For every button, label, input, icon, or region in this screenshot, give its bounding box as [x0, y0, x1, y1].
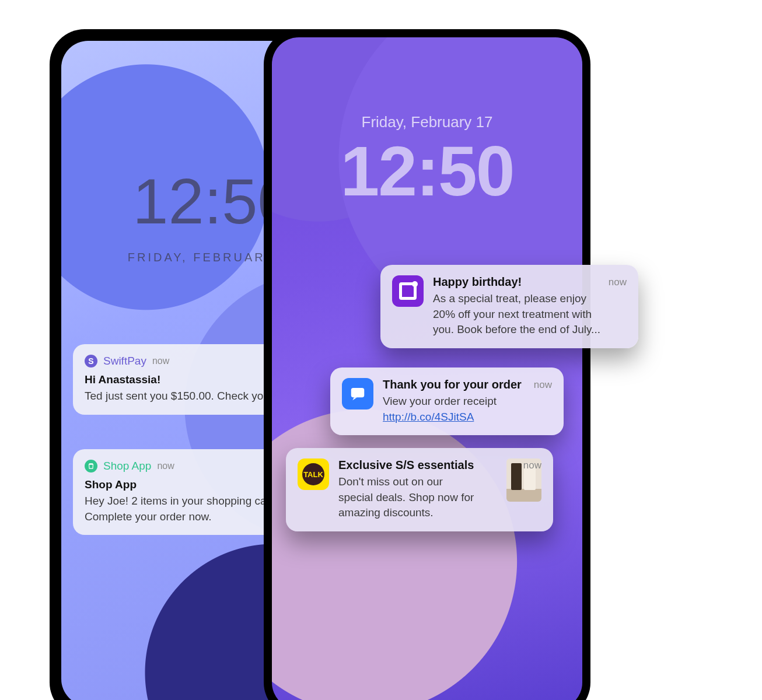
app-icon [392, 275, 424, 307]
swiftpay-icon: S [85, 355, 97, 368]
notification-timestamp: now [609, 276, 627, 288]
svg-rect-0 [351, 388, 365, 397]
notification-body-text: View your order receipt [383, 395, 497, 407]
notification-timestamp: now [157, 461, 174, 471]
shopapp-icon [85, 460, 97, 473]
notification-title: Happy birthday! [433, 275, 603, 289]
notification-body: Don't miss out on our special deals. Sho… [338, 474, 478, 521]
notification-app-name: SwiftPay [103, 355, 146, 368]
notification-app-name: Shop App [103, 460, 151, 473]
messages-icon [342, 378, 373, 410]
lockscreen-time: 12:50 [272, 136, 582, 206]
order-receipt-link[interactable]: http://b.co/4SJitSA [383, 411, 474, 423]
kakaotalk-icon: TALK [298, 459, 329, 490]
notification-timestamp: now [152, 356, 169, 366]
phone-ios: Friday, February 17 12:50 [264, 29, 590, 700]
notification-body: View your order receipt http://b.co/4SJi… [383, 394, 529, 425]
notification-title: Exclusive S/S essentials [338, 459, 491, 472]
notification-body: As a special treat, please enjoy 20% off… [433, 291, 603, 338]
notification-order[interactable]: Thank you for your order View your order… [330, 368, 564, 435]
lockscreen-date: Friday, February 17 [272, 37, 582, 131]
notification-birthday[interactable]: Happy birthday! As a special treat, plea… [380, 265, 638, 348]
notification-essentials[interactable]: TALK Exclusive S/S essentials Don't miss… [286, 448, 553, 531]
notification-timestamp: now [523, 460, 541, 471]
notification-timestamp: now [534, 379, 552, 391]
notification-title: Thank you for your order [383, 378, 529, 391]
